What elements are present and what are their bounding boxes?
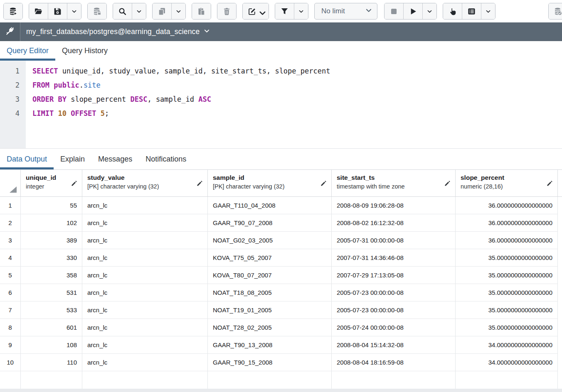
paste-button[interactable] — [192, 3, 211, 19]
cell-sample-id[interactable]: GAAR_T90_13_2008 — [208, 336, 332, 354]
cell-unique-id[interactable]: 389 — [21, 232, 82, 249]
row-number[interactable]: 4 — [0, 249, 21, 267]
tab-messages[interactable]: Messages — [91, 149, 139, 169]
cancel-query-button[interactable] — [385, 3, 404, 19]
cell-unique-id[interactable]: 358 — [21, 267, 82, 284]
cell-unique-id[interactable]: 102 — [21, 214, 82, 232]
save-data-changes-button[interactable] — [88, 3, 106, 19]
cell-unique-id[interactable]: 55 — [21, 197, 82, 214]
edit-pencil-icon[interactable] — [71, 180, 78, 187]
cell-site-start-ts[interactable]: 2008-08-04 18:16:59-08 — [332, 354, 456, 371]
tab-explain[interactable]: Explain — [54, 149, 91, 169]
row-limit-select[interactable]: No limit — [314, 3, 377, 20]
save-file-button[interactable] — [48, 3, 67, 19]
connection-selector[interactable]: my_first_database/postgres@learning_data… — [20, 22, 216, 41]
tab-query-history[interactable]: Query History — [55, 41, 114, 61]
cell-unique-id[interactable]: 330 — [21, 249, 82, 267]
cell-site-start-ts[interactable]: 2005-07-24 00:00:00-08 — [332, 319, 456, 336]
cell-study-value[interactable]: arcn_lc — [82, 232, 208, 249]
explain-analyze-button[interactable] — [462, 3, 481, 19]
execute-button[interactable] — [404, 3, 423, 19]
delete-button[interactable] — [217, 3, 236, 19]
cell-study-value[interactable]: arcn_lc — [82, 249, 208, 267]
cell-study-value[interactable]: arcn_lc — [82, 214, 208, 232]
cell-sample-id[interactable]: KOVA_T80_07_2007 — [208, 267, 332, 284]
cell-slope-percent[interactable]: 35.0000000000000000 — [456, 301, 558, 319]
cell-site-start-ts[interactable]: 2007-07-31 14:36:46-08 — [332, 249, 456, 267]
filter-options-dropdown[interactable] — [294, 3, 308, 19]
cell-study-value[interactable]: arcn_lc — [82, 197, 208, 214]
cell-slope-percent[interactable]: 36.0000000000000000 — [456, 232, 558, 249]
commit-button[interactable] — [549, 3, 562, 19]
execute-options-dropdown[interactable] — [423, 3, 436, 19]
cell-slope-percent[interactable]: 34.0000000000000000 — [456, 336, 558, 354]
filter-button[interactable] — [275, 3, 294, 19]
explain-options-dropdown[interactable] — [481, 3, 495, 19]
cell-site-start-ts[interactable]: 2005-07-31 00:00:00-08 — [332, 232, 456, 249]
row-number[interactable]: 8 — [0, 319, 21, 336]
find-options-dropdown[interactable] — [132, 3, 146, 19]
cell-slope-percent[interactable]: 35.0000000000000000 — [456, 249, 558, 267]
cell-sample-id[interactable]: GAAR_T90_07_2008 — [208, 214, 332, 232]
cell-unique-id[interactable]: 601 — [21, 319, 82, 336]
cell-study-value[interactable]: arcn_lc — [82, 336, 208, 354]
cell-sample-id[interactable]: KOVA_T75_05_2007 — [208, 249, 332, 267]
cell-sample-id[interactable]: NOAT_T19_01_2005 — [208, 301, 332, 319]
sql-code[interactable]: SELECT unique_id, study_value, sample_id… — [26, 61, 562, 148]
cell-site-start-ts[interactable]: 2005-07-23 00:00:00-08 — [332, 284, 456, 301]
cell-site-start-ts[interactable]: 2007-07-29 17:13:05-08 — [332, 267, 456, 284]
save-options-dropdown[interactable] — [67, 3, 81, 19]
connection-status-button[interactable] — [0, 22, 20, 41]
cell-site-start-ts[interactable]: 2008-08-04 15:14:32-08 — [332, 336, 456, 354]
cell-study-value[interactable]: arcn_lc — [82, 319, 208, 336]
edit-pencil-icon[interactable] — [444, 180, 451, 187]
row-number[interactable]: 2 — [0, 214, 21, 232]
column-header-slope-percent[interactable]: slope_percentnumeric (28,16) — [456, 170, 558, 196]
cell-site-start-ts[interactable]: 2008-08-02 16:12:32-08 — [332, 214, 456, 232]
copy-button[interactable] — [153, 3, 172, 19]
cell-slope-percent[interactable]: 36.0000000000000000 — [456, 197, 558, 214]
cell-site-start-ts[interactable]: 2005-07-23 00:00:00-08 — [332, 301, 456, 319]
cell-sample-id[interactable]: GAAR_T90_15_2008 — [208, 354, 332, 371]
select-all-corner[interactable] — [0, 170, 21, 196]
edit-pencil-icon[interactable] — [546, 180, 553, 187]
cell-study-value[interactable]: arcn_lc — [82, 301, 208, 319]
cell-slope-percent[interactable]: 35.0000000000000000 — [456, 267, 558, 284]
cell-study-value[interactable]: arcn_lc — [82, 267, 208, 284]
tab-data-output[interactable]: Data Output — [0, 149, 54, 169]
sql-editor[interactable]: 1234 SELECT unique_id, study_value, samp… — [0, 61, 562, 149]
cell-unique-id[interactable]: 533 — [21, 301, 82, 319]
tab-query-editor[interactable]: Query Editor — [0, 41, 55, 61]
cell-sample-id[interactable]: GAAR_T110_04_2008 — [208, 197, 332, 214]
horizontal-scrollbar[interactable] — [0, 389, 562, 392]
row-number[interactable]: 1 — [0, 197, 21, 214]
row-number[interactable]: 7 — [0, 301, 21, 319]
cell-unique-id[interactable]: 108 — [21, 336, 82, 354]
edit-menu-button[interactable] — [243, 3, 269, 19]
cell-sample-id[interactable]: NOAT_G02_03_2005 — [208, 232, 332, 249]
row-number[interactable]: 6 — [0, 284, 21, 301]
cell-unique-id[interactable]: 531 — [21, 284, 82, 301]
explain-button[interactable] — [443, 3, 462, 19]
tab-notifications[interactable]: Notifications — [139, 149, 193, 169]
cell-sample-id[interactable]: NOAT_T28_02_2005 — [208, 319, 332, 336]
edit-pencil-icon[interactable] — [320, 180, 327, 187]
cell-slope-percent[interactable]: 34.0000000000000000 — [456, 354, 558, 371]
query-tool-button[interactable] — [4, 3, 22, 19]
cell-unique-id[interactable]: 110 — [21, 354, 82, 371]
cell-study-value[interactable]: arcn_lc — [82, 354, 208, 371]
row-number[interactable]: 10 — [0, 354, 21, 371]
cell-slope-percent[interactable]: 35.0000000000000000 — [456, 284, 558, 301]
open-file-button[interactable] — [29, 3, 48, 19]
cell-slope-percent[interactable]: 36.0000000000000000 — [456, 214, 558, 232]
row-number[interactable]: 5 — [0, 267, 21, 284]
cell-sample-id[interactable]: NOAT_T18_08_2005 — [208, 284, 332, 301]
row-number[interactable]: 9 — [0, 336, 21, 354]
column-header-unique-id[interactable]: unique_idinteger — [21, 170, 82, 196]
cell-study-value[interactable]: arcn_lc — [82, 284, 208, 301]
find-button[interactable] — [113, 3, 132, 19]
row-number[interactable]: 3 — [0, 232, 21, 249]
column-header-study-value[interactable]: study_value[PK] character varying (32) — [82, 170, 208, 196]
cell-slope-percent[interactable]: 35.0000000000000000 — [456, 319, 558, 336]
column-header-site-start-ts[interactable]: site_start_tstimestamp with time zone — [332, 170, 456, 196]
